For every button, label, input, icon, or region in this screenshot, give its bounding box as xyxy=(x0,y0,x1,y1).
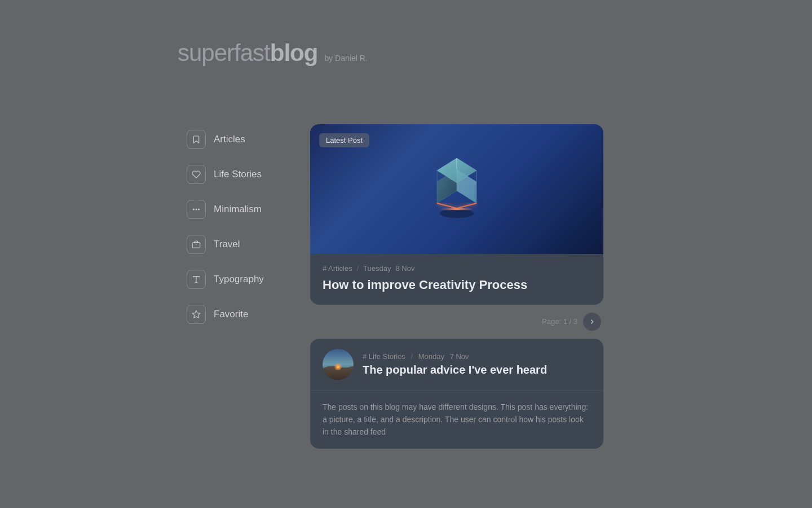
post-day: Tuesday xyxy=(363,264,391,273)
featured-info: # Articles / Tuesday 8 Nov How to improv… xyxy=(310,254,603,305)
page-info: Page: 1 / 3 xyxy=(542,317,577,326)
latest-post-badge: Latest Post xyxy=(319,133,369,147)
post-card-top: # Life Stories / Monday 7 Nov The popula… xyxy=(310,339,603,391)
second-post-title: The popular advice I've ever heard xyxy=(363,364,591,376)
sidebar-item-label: Minimalism xyxy=(214,204,262,215)
briefcase-icon xyxy=(187,235,206,254)
sidebar-item-label: Favorite xyxy=(214,309,248,320)
sidebar-item-label: Typography xyxy=(214,274,264,285)
svg-line-16 xyxy=(437,203,457,208)
sidebar-item-favorite[interactable]: Favorite xyxy=(178,299,279,330)
post-card-body: The posts on this blog may have differen… xyxy=(310,391,603,449)
type-icon xyxy=(187,270,206,289)
svg-point-0 xyxy=(193,209,194,210)
svg-rect-9 xyxy=(440,208,474,210)
featured-image: Latest Post xyxy=(310,124,603,254)
main-content: Latest Post xyxy=(310,124,603,449)
arrow-right-icon xyxy=(588,318,596,326)
svg-rect-3 xyxy=(192,243,200,248)
svg-point-8 xyxy=(440,209,474,218)
logo: superfastblog xyxy=(178,40,317,67)
featured-card: Latest Post xyxy=(310,124,603,305)
sidebar-item-label: Travel xyxy=(214,239,240,250)
header: superfastblog by Daniel R. xyxy=(178,40,368,67)
sidebar-item-label: Life Stories xyxy=(214,169,262,180)
dots-icon xyxy=(187,200,206,219)
logo-byline: by Daniel R. xyxy=(324,54,367,63)
post-category: # Articles xyxy=(323,264,352,273)
sidebar-item-minimalism[interactable]: Minimalism xyxy=(178,194,279,225)
sidebar-item-articles[interactable]: Articles xyxy=(178,124,279,155)
post-date: 8 Nov xyxy=(395,264,414,273)
sidebar-item-life-stories[interactable]: Life Stories xyxy=(178,159,279,190)
star-icon xyxy=(187,305,206,324)
sidebar-item-label: Articles xyxy=(214,134,245,145)
post-thumbnail xyxy=(323,349,354,380)
svg-line-17 xyxy=(457,203,476,208)
svg-point-2 xyxy=(198,209,200,210)
bookmark-icon xyxy=(187,130,206,149)
post-meta: # Articles / Tuesday 8 Nov xyxy=(323,264,591,273)
heart-icon xyxy=(187,165,206,184)
post-card-meta: # Life Stories / Monday 7 Nov The popula… xyxy=(363,352,591,376)
sidebar: Articles Life Stories Minimalism Travel … xyxy=(178,124,279,330)
svg-marker-7 xyxy=(192,310,200,318)
sidebar-item-typography[interactable]: Typography xyxy=(178,264,279,295)
svg-point-20 xyxy=(337,365,340,369)
featured-post-title: How to improve Creativity Process xyxy=(323,277,591,294)
cube-illustration xyxy=(420,152,493,226)
svg-point-1 xyxy=(196,209,197,210)
next-page-button[interactable] xyxy=(583,313,601,331)
second-post-card: # Life Stories / Monday 7 Nov The popula… xyxy=(310,339,603,449)
pagination-row: Page: 1 / 3 xyxy=(310,305,603,339)
second-post-category: # Life Stories / Monday 7 Nov xyxy=(363,352,591,361)
sidebar-item-travel[interactable]: Travel xyxy=(178,229,279,260)
post-card-description: The posts on this blog may have differen… xyxy=(323,401,591,439)
